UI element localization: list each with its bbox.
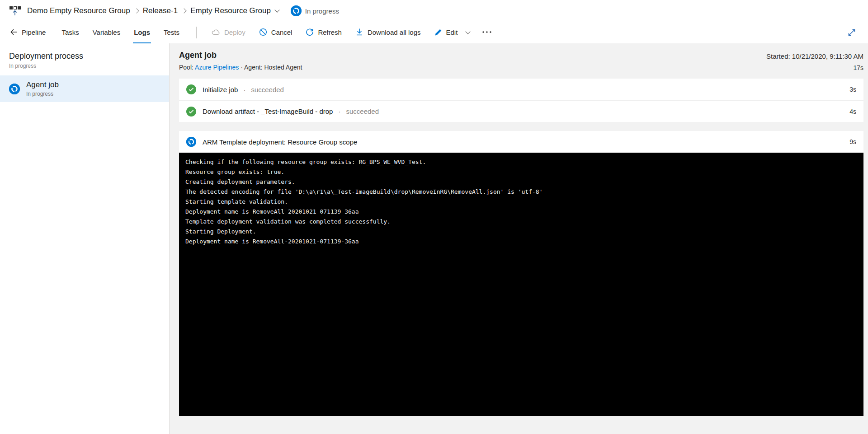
step-separator: · [338,107,340,115]
log-line: Template deployment validation was compl… [185,217,857,227]
pool-link[interactable]: Azure Pipelines [195,64,239,71]
more-ellipsis-icon [482,31,492,33]
chevron-right-icon [135,9,138,13]
log-line: Starting template validation. [185,197,857,207]
step-duration: 3s [849,86,856,93]
tab-tasks[interactable]: Tasks [61,22,80,43]
pool-label: Pool: [179,64,193,71]
job-started-time: Started: 10/21/2020, 9:11:30 AM [766,52,863,60]
fullscreen-button[interactable] [844,22,859,43]
back-label: Pipeline [22,28,46,36]
completed-steps-group: Initialize job · succeeded 3s Download a… [179,79,863,122]
refresh-icon [306,28,314,36]
step-row-initialize-job[interactable]: Initialize job · succeeded 3s [179,79,863,100]
sidebar-title: Deployment process [9,51,160,61]
meta-separator: · [241,64,243,71]
step-label: ARM Template deployment: Resource Group … [203,138,357,146]
step-label: Initialize job [203,86,238,93]
tab-variables[interactable]: Variables [92,22,121,43]
deploy-label: Deploy [224,28,245,36]
toolbar: Pipeline Tasks Variables Logs Tests Depl… [0,22,868,43]
more-actions-button[interactable] [481,22,493,43]
breadcrumb-item-stage[interactable]: Empty Resource Group [190,6,271,15]
success-check-icon [186,107,196,117]
edit-chevron-down-icon [466,29,471,34]
sidebar-item-label: Agent job [26,80,59,89]
back-to-pipeline-button[interactable]: Pipeline [9,22,47,43]
success-check-icon [186,84,196,94]
log-line: Checking if the following resource group… [185,157,857,167]
top-bar: Demo Empty Resource Group Release-1 Empt… [0,0,868,22]
sidebar-item-status: In progress [26,91,59,97]
log-line: Deployment name is RemoveAll-20201021-07… [185,237,857,247]
chevron-down-icon[interactable] [274,7,279,12]
logs-panel: Agent job Pool: Azure Pipelines · Agent:… [170,43,868,434]
download-icon [355,28,363,36]
log-line: Starting Deployment. [185,227,857,237]
expand-diagonal-icon [847,28,856,37]
log-line: Creating deployment parameters. [185,177,857,187]
release-pipeline-icon [9,6,21,16]
log-line: The detected encoding for file 'D:\a\r1\… [185,187,857,197]
agent-info: Agent: Hosted Agent [244,64,302,71]
log-line: Resource group exists: true. [185,167,857,177]
release-status: In progress [291,5,339,16]
deployment-process-sidebar: Deployment process In progress Agent job… [0,43,170,434]
cancel-label: Cancel [271,28,292,36]
job-total-duration: 17s [766,64,863,71]
log-line: Deployment name is RemoveAll-20201021-07… [185,207,857,217]
job-meta: Pool: Azure Pipelines · Agent: Hosted Ag… [179,64,302,71]
edit-pencil-icon [434,28,442,36]
step-row-download-artifact[interactable]: Download artifact - _Test-ImageBuild - d… [179,100,863,122]
up-arrow-icon [12,10,18,16]
step-status: succeeded [346,107,379,115]
tab-logs[interactable]: Logs [133,22,151,43]
refresh-label: Refresh [318,28,342,36]
tab-tests[interactable]: Tests [163,22,180,43]
sidebar-item-agent-job[interactable]: Agent job In progress [0,75,169,102]
breadcrumb-item-definition[interactable]: Demo Empty Resource Group [27,6,130,15]
step-label: Download artifact - _Test-ImageBuild - d… [203,107,333,115]
step-separator: · [243,86,245,93]
active-task-card: ARM Template deployment: Resource Group … [179,131,863,416]
cancel-button[interactable]: Cancel [258,22,293,43]
step-row-arm-template-deployment[interactable]: ARM Template deployment: Resource Group … [179,131,863,153]
job-title: Agent job [179,51,302,60]
download-label: Download all logs [368,28,421,36]
cancel-icon [259,28,267,36]
breadcrumb: Demo Empty Resource Group Release-1 Empt… [27,6,279,15]
chevron-right-icon [182,9,186,13]
breadcrumb-item-release[interactable]: Release-1 [143,6,178,15]
cloud-icon [212,28,220,36]
in-progress-icon [291,5,302,16]
download-all-logs-button[interactable]: Download all logs [354,22,422,43]
deploy-button[interactable]: Deploy [211,22,246,43]
step-status: succeeded [251,86,284,93]
sidebar-status: In progress [9,63,160,69]
log-console[interactable]: Checking if the following resource group… [179,153,863,416]
step-duration: 9s [849,138,856,145]
toolbar-divider [196,27,197,38]
edit-button[interactable]: Edit [434,22,471,43]
in-progress-icon [9,84,20,94]
step-duration: 4s [849,108,856,115]
refresh-button[interactable]: Refresh [305,22,343,43]
status-label: In progress [305,7,339,15]
edit-label: Edit [446,28,458,36]
job-header: Agent job Pool: Azure Pipelines · Agent:… [179,51,863,71]
back-arrow-icon [10,28,18,36]
in-progress-icon [186,137,196,147]
content-area: Deployment process In progress Agent job… [0,43,868,434]
